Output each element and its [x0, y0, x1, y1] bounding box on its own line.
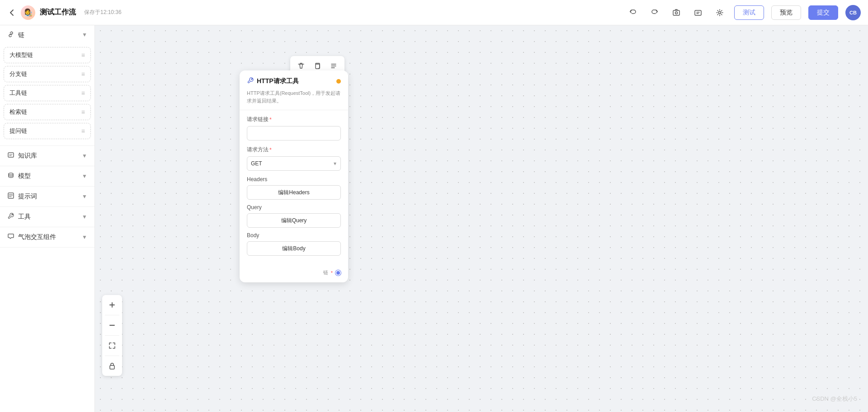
- sidebar-section-bubble: 气泡交互组件 ▼: [0, 227, 94, 248]
- workflow-avatar: 👩‍🎨: [21, 5, 35, 20]
- node-body: 请求链接 * 请求方法 * GET POST PUT DELETE PATCH: [240, 110, 348, 266]
- link-required-marker: *: [331, 270, 333, 276]
- chain-arrow: ▲: [82, 32, 87, 38]
- svg-point-5: [9, 173, 13, 175]
- sidebar-section-knowledge: 知识库 ▼: [0, 146, 94, 166]
- sidebar-section-chain-header[interactable]: 链 ▲: [0, 25, 94, 45]
- chain-icon: [7, 31, 14, 40]
- prompt-label: 提示词: [18, 192, 37, 201]
- sidebar-section-model-header[interactable]: 模型 ▼: [0, 166, 94, 186]
- llm-chain-label: 大模型链: [9, 51, 33, 59]
- canvas-area[interactable]: HTTP请求工具 HTTP请求工具(RequestTool)，用于发起请求并返回…: [95, 25, 868, 412]
- model-label: 模型: [18, 172, 31, 180]
- chain-label: 链: [18, 31, 24, 39]
- svg-point-3: [719, 11, 721, 14]
- node-description: HTTP请求工具(RequestTool)，用于发起请求并返回结果。: [240, 89, 348, 110]
- back-button[interactable]: [7, 8, 16, 17]
- sidebar-section-knowledge-header[interactable]: 知识库 ▼: [0, 146, 94, 166]
- save-status: 保存于12:10:36: [84, 9, 122, 16]
- tool-icon: [7, 212, 14, 221]
- sidebar-section-tool: 工具 ▼: [0, 207, 94, 227]
- sidebar-item-llm-chain[interactable]: 大模型链 ≡: [4, 47, 91, 63]
- method-select[interactable]: GET POST PUT DELETE PATCH: [247, 156, 341, 171]
- query-label: Query: [247, 204, 341, 211]
- http-node-card: HTTP请求工具 HTTP请求工具(RequestTool)，用于发起请求并返回…: [240, 70, 348, 282]
- method-field-label: 请求方法 *: [247, 146, 341, 154]
- submit-button[interactable]: 提交: [808, 5, 838, 20]
- watermark: CSDN @全栈小5: [812, 395, 857, 403]
- branch-chain-label: 分支链: [9, 70, 27, 78]
- sidebar-section-model: 模型 ▼: [0, 166, 94, 187]
- svg-rect-4: [8, 153, 14, 157]
- chain-items: 大模型链 ≡ 分支链 ≡ 工具链 ≡ 检索链 ≡ 提问链 ≡: [0, 45, 94, 145]
- body-label: Body: [247, 232, 341, 239]
- header-actions: 测试 预览 提交 CB: [626, 5, 861, 20]
- redo-button[interactable]: [647, 5, 662, 20]
- tool-chain-label: 工具链: [9, 89, 27, 97]
- main-layout: 链 ▲ 大模型链 ≡ 分支链 ≡ 工具链 ≡ 检索链: [0, 25, 868, 412]
- sidebar-section-bubble-header[interactable]: 气泡交互组件 ▼: [0, 227, 94, 247]
- bubble-icon: [7, 233, 14, 242]
- sidebar-section-chain: 链 ▲ 大模型链 ≡ 分支链 ≡ 工具链 ≡ 检索链: [0, 25, 94, 146]
- header-left: 👩‍🎨 测试工作流 保存于12:10:36: [7, 5, 620, 20]
- drag-handle-llm: ≡: [81, 52, 85, 59]
- prompt-icon: [7, 192, 14, 201]
- url-required: *: [269, 117, 272, 123]
- svg-point-1: [675, 12, 678, 14]
- knowledge-label: 知识库: [18, 152, 37, 160]
- drag-handle-branch: ≡: [81, 70, 85, 78]
- user-avatar[interactable]: CB: [845, 5, 861, 20]
- snapshot-button[interactable]: [669, 5, 684, 20]
- node-status-dot: [336, 79, 341, 84]
- sidebar-item-branch-chain[interactable]: 分支链 ≡: [4, 66, 91, 82]
- prompt-arrow: ▼: [82, 193, 87, 200]
- tool-label: 工具: [18, 213, 31, 221]
- model-icon: [7, 172, 14, 181]
- node-tool-icon: [247, 77, 254, 86]
- search-chain-label: 检索链: [9, 108, 27, 116]
- link-connector-dot[interactable]: [335, 270, 341, 276]
- bubble-label: 气泡交互组件: [18, 233, 56, 241]
- drag-handle-question: ≡: [81, 127, 85, 135]
- model-arrow: ▼: [82, 173, 87, 179]
- sidebar-item-question-chain[interactable]: 提问链 ≡: [4, 123, 91, 139]
- sidebar-section-tool-header[interactable]: 工具 ▼: [0, 207, 94, 227]
- link-label: 链: [323, 269, 328, 276]
- node-card-header: HTTP请求工具: [240, 70, 348, 89]
- edit-headers-button[interactable]: 编辑Headers: [247, 185, 341, 200]
- workflow-title: 测试工作流: [40, 8, 76, 17]
- sidebar-section-prompt: 提示词 ▼: [0, 187, 94, 207]
- svg-rect-0: [673, 10, 679, 15]
- node-footer: 链 *: [240, 266, 348, 282]
- knowledge-arrow: ▼: [82, 153, 87, 159]
- sidebar-section-prompt-header[interactable]: 提示词 ▼: [0, 187, 94, 206]
- drag-handle-search: ≡: [81, 108, 85, 116]
- url-input[interactable]: [247, 126, 341, 140]
- svg-rect-8: [110, 365, 114, 369]
- edit-body-button[interactable]: 编辑Body: [247, 241, 341, 256]
- settings-button[interactable]: [712, 5, 727, 20]
- sidebar-item-search-chain[interactable]: 检索链 ≡: [4, 104, 91, 120]
- zoom-out-button[interactable]: [105, 318, 119, 332]
- headers-label: Headers: [247, 176, 341, 183]
- sidebar-item-tool-chain[interactable]: 工具链 ≡: [4, 85, 91, 101]
- svg-rect-2: [695, 10, 701, 15]
- question-chain-label: 提问链: [9, 127, 27, 135]
- undo-button[interactable]: [626, 5, 640, 20]
- export-button[interactable]: [691, 5, 705, 20]
- lock-button[interactable]: [105, 359, 119, 373]
- edit-query-button[interactable]: 编辑Query: [247, 213, 341, 228]
- preview-button[interactable]: 预览: [771, 5, 801, 20]
- method-select-wrapper: GET POST PUT DELETE PATCH ▾: [247, 156, 341, 171]
- zoom-in-button[interactable]: [105, 298, 119, 312]
- url-field-label: 请求链接 *: [247, 116, 341, 123]
- tool-arrow: ▼: [82, 214, 87, 220]
- node-title: HTTP请求工具: [257, 77, 299, 85]
- test-button[interactable]: 测试: [734, 5, 764, 20]
- knowledge-icon: [7, 151, 14, 160]
- drag-handle-tool: ≡: [81, 89, 85, 97]
- header: 👩‍🎨 测试工作流 保存于12:10:36: [0, 0, 868, 25]
- method-required: *: [269, 147, 272, 153]
- fit-screen-button[interactable]: [105, 338, 119, 353]
- bubble-arrow: ▼: [82, 234, 87, 240]
